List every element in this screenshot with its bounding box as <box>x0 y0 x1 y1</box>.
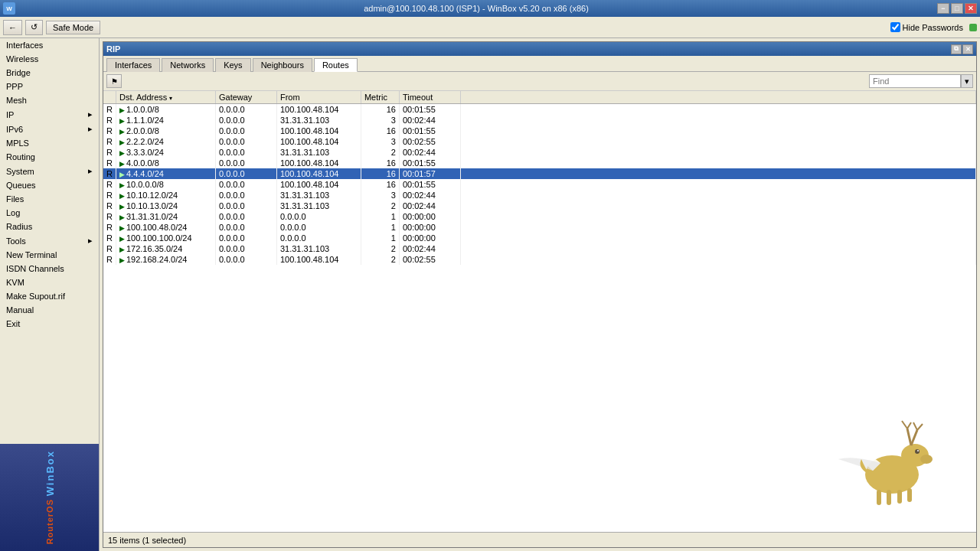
brand-routeros: RouterOS <box>45 499 54 544</box>
sidebar-item-bridge[interactable]: Bridge <box>0 66 99 80</box>
table-row[interactable]: R▶31.31.31.0/240.0.0.00.0.0.0100:00:00 <box>103 211 976 222</box>
table-row[interactable]: R▶4.4.4.0/240.0.0.0100.100.48.1041600:01… <box>103 168 976 179</box>
cell-timeout: 00:01:55 <box>399 179 460 190</box>
col-timeout[interactable]: Timeout <box>399 91 460 104</box>
sidebar-item-exit[interactable]: Exit <box>0 317 99 331</box>
cell-dst: ▶100.100.100.0/24 <box>116 233 215 243</box>
statusbar: 15 items (1 selected) <box>103 532 976 547</box>
cell-dst: ▶172.16.35.0/24 <box>116 243 215 254</box>
table-row[interactable]: R▶1.0.0.0/80.0.0.0100.100.48.1041600:01:… <box>103 104 976 116</box>
cell-extra <box>460 147 975 158</box>
sidebar-item-make-supout.rif[interactable]: Make Supout.rif <box>0 289 99 303</box>
filter-bar: ⚑ ▾ <box>103 72 976 91</box>
sidebar-item-queues[interactable]: Queues <box>0 178 99 192</box>
cell-extra <box>460 211 975 222</box>
table-row[interactable]: R▶172.16.35.0/240.0.0.031.31.31.103200:0… <box>103 243 976 254</box>
maximize-button[interactable]: □ <box>951 3 963 14</box>
sidebar-item-ip[interactable]: IP <box>0 107 99 122</box>
tab-keys[interactable]: Keys <box>215 58 250 72</box>
cell-extra <box>460 190 975 201</box>
cell-timeout: 00:00:00 <box>399 233 460 243</box>
cell-dst: ▶2.0.0.0/8 <box>116 126 215 136</box>
find-dropdown-button[interactable]: ▾ <box>961 74 973 88</box>
find-input[interactable] <box>869 74 961 88</box>
cell-extra <box>460 168 975 179</box>
table-row[interactable]: R▶10.0.0.0/80.0.0.0100.100.48.1041600:01… <box>103 179 976 190</box>
cell-timeout: 00:02:55 <box>399 136 460 147</box>
sidebar-item-isdn-channels[interactable]: ISDN Channels <box>0 262 99 276</box>
hide-passwords-checkbox[interactable] <box>890 22 900 32</box>
col-metric[interactable]: Metric <box>361 91 399 104</box>
sidebar-item-mesh[interactable]: Mesh <box>0 93 99 107</box>
tab-neighbours[interactable]: Neighbours <box>253 58 312 72</box>
col-from[interactable]: From <box>276 91 361 104</box>
col-gateway[interactable]: Gateway <box>215 91 276 104</box>
cell-extra <box>460 115 975 126</box>
cell-metric: 2 <box>361 243 399 254</box>
table-row[interactable]: R▶2.0.0.0/80.0.0.0100.100.48.1041600:01:… <box>103 126 976 136</box>
sidebar-item-radius[interactable]: Radius <box>0 220 99 233</box>
cell-metric: 3 <box>361 115 399 126</box>
cell-gateway: 0.0.0.0 <box>215 126 276 136</box>
tab-interfaces[interactable]: Interfaces <box>106 58 160 72</box>
cell-extra <box>460 222 975 233</box>
cell-timeout: 00:02:44 <box>399 190 460 201</box>
sidebar-item-files[interactable]: Files <box>0 192 99 206</box>
cell-extra <box>460 243 975 254</box>
sidebar-item-mpls[interactable]: MPLS <box>0 136 99 150</box>
cell-timeout: 00:02:44 <box>399 243 460 254</box>
cell-type: R <box>103 211 116 222</box>
sidebar-item-log[interactable]: Log <box>0 206 99 220</box>
filter-button[interactable]: ⚑ <box>106 74 122 88</box>
sidebar-item-tools[interactable]: Tools <box>0 233 99 248</box>
content-area: RIP ⧉ ✕ InterfacesNetworksKeysNeighbours… <box>100 38 980 551</box>
table-row[interactable]: R▶10.10.12.0/240.0.0.031.31.31.103300:02… <box>103 190 976 201</box>
sidebar-item-manual[interactable]: Manual <box>0 303 99 317</box>
close-button[interactable]: ✕ <box>965 3 977 14</box>
sidebar-item-wireless[interactable]: Wireless <box>0 52 99 66</box>
rip-close-button[interactable]: ✕ <box>962 44 973 54</box>
cell-timeout: 00:02:44 <box>399 115 460 126</box>
cell-type: R <box>103 168 116 179</box>
cell-type: R <box>103 254 116 265</box>
table-row[interactable]: R▶4.0.0.0/80.0.0.0100.100.48.1041600:01:… <box>103 158 976 168</box>
routes-table-container: Dst. Address ▾ Gateway From Metric Timeo… <box>103 91 976 532</box>
back-button[interactable]: ← <box>3 20 22 35</box>
cell-type: R <box>103 126 116 136</box>
table-row[interactable]: R▶1.1.1.0/240.0.0.031.31.31.103300:02:44 <box>103 115 976 126</box>
cell-extra <box>460 201 975 211</box>
tab-networks[interactable]: Networks <box>162 58 214 72</box>
table-row[interactable]: R▶100.100.100.0/240.0.0.00.0.0.0100:00:0… <box>103 233 976 243</box>
sidebar-item-ppp[interactable]: PPP <box>0 80 99 93</box>
minimize-button[interactable]: − <box>937 3 949 14</box>
hide-passwords-label: Hide Passwords <box>903 23 963 32</box>
connection-status-icon <box>969 24 977 31</box>
safe-mode-button[interactable]: Safe Mode <box>46 21 100 34</box>
cell-timeout: 00:01:55 <box>399 158 460 168</box>
cell-dst: ▶2.2.2.0/24 <box>116 136 215 147</box>
table-row[interactable]: R▶3.3.3.0/240.0.0.031.31.31.103200:02:44 <box>103 147 976 158</box>
cell-extra <box>460 126 975 136</box>
sidebar-item-new-terminal[interactable]: New Terminal <box>0 248 99 262</box>
titlebar-title: admin@100.100.48.100 (ISP1) - WinBox v5.… <box>15 4 937 13</box>
sidebar-item-system[interactable]: System <box>0 164 99 178</box>
table-row[interactable]: R▶100.100.48.0/240.0.0.00.0.0.0100:00:00 <box>103 222 976 233</box>
table-row[interactable]: R▶10.10.13.0/240.0.0.031.31.31.103200:02… <box>103 201 976 211</box>
cell-gateway: 0.0.0.0 <box>215 115 276 126</box>
sidebar-item-interfaces[interactable]: Interfaces <box>0 38 99 52</box>
cell-from: 100.100.48.104 <box>276 179 361 190</box>
cell-timeout: 00:00:00 <box>399 222 460 233</box>
cell-extra <box>460 179 975 190</box>
col-dst[interactable]: Dst. Address ▾ <box>116 91 215 104</box>
cell-timeout: 00:02:44 <box>399 147 460 158</box>
tab-routes[interactable]: Routes <box>314 58 358 72</box>
rip-copy-button[interactable]: ⧉ <box>951 44 962 54</box>
cell-type: R <box>103 136 116 147</box>
sidebar-item-kvm[interactable]: KVM <box>0 276 99 289</box>
cell-extra <box>460 233 975 243</box>
table-row[interactable]: R▶2.2.2.0/240.0.0.0100.100.48.104300:02:… <box>103 136 976 147</box>
refresh-button[interactable]: ↺ <box>25 20 43 35</box>
sidebar-item-ipv6[interactable]: IPv6 <box>0 122 99 136</box>
table-row[interactable]: R▶192.168.24.0/240.0.0.0100.100.48.10420… <box>103 254 976 265</box>
sidebar-item-routing[interactable]: Routing <box>0 150 99 164</box>
